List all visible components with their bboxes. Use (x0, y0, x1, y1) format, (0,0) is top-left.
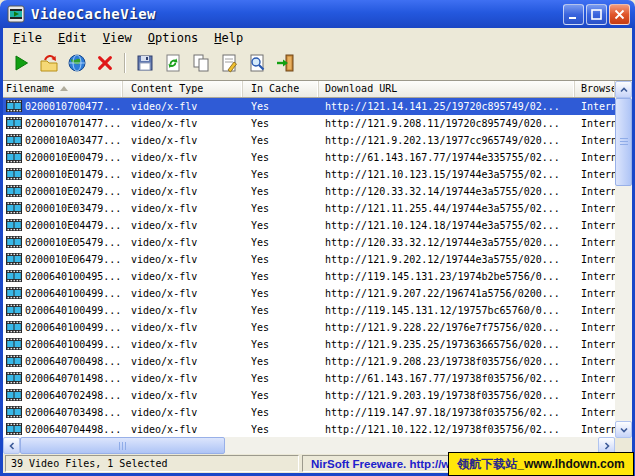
in-cache-cell: Yes (243, 356, 319, 367)
table-row[interactable]: 0200640100499... video/x-flv Yes http://… (3, 302, 615, 319)
arrow-left-icon (8, 442, 16, 450)
content-type-cell: video/x-flv (123, 305, 243, 316)
filename-cell: 0200640100495... (25, 271, 121, 282)
delete-button[interactable] (93, 51, 117, 75)
menu-options[interactable]: Options (140, 29, 207, 47)
download-url-cell: http://121.10.123.15/19744e3a5755/02... (319, 169, 575, 180)
open-in-browser-button[interactable] (65, 51, 89, 75)
table-row[interactable]: 0200010E05479... video/x-flv Yes http://… (3, 234, 615, 251)
download-url-cell: http://119.145.131.12/19757bc65760/0... (319, 305, 575, 316)
properties-button[interactable] (217, 51, 241, 75)
table-row[interactable]: 0200010701477... video/x-flv Yes http://… (3, 115, 615, 132)
column-header-filename[interactable]: Filename (3, 81, 123, 97)
film-icon (6, 270, 22, 282)
filename-cell: 0200010E01479... (25, 169, 121, 180)
browser-cell: Intern (575, 390, 615, 401)
table-row[interactable]: 0200640100499... video/x-flv Yes http://… (3, 336, 615, 353)
column-header-in-cache[interactable]: In Cache (243, 81, 319, 97)
table-row[interactable]: 0200010A03477... video/x-flv Yes http://… (3, 132, 615, 149)
filename-cell: 0200640100499... (25, 339, 121, 350)
content-type-cell: video/x-flv (123, 203, 243, 214)
column-header-browser[interactable]: Browser (575, 81, 615, 97)
scroll-up-button[interactable] (615, 81, 632, 98)
table-row[interactable]: 0200640701498... video/x-flv Yes http://… (3, 370, 615, 387)
close-button[interactable] (609, 4, 630, 25)
table-row[interactable]: 0200010E02479... video/x-flv Yes http://… (3, 183, 615, 200)
table-row[interactable]: 0200010E01479... video/x-flv Yes http://… (3, 166, 615, 183)
vertical-scrollbar[interactable] (615, 81, 632, 438)
column-header-download-url[interactable]: Download URL (319, 81, 575, 97)
in-cache-cell: Yes (243, 288, 319, 299)
film-icon (6, 321, 22, 333)
table-row[interactable]: 0200010E00479... video/x-flv Yes http://… (3, 149, 615, 166)
film-icon (6, 423, 22, 435)
table-row[interactable]: 0200010700477... video/x-flv Yes http://… (3, 98, 615, 115)
play-button[interactable] (9, 51, 33, 75)
table-row[interactable]: 0200640704498... video/x-flv Yes http://… (3, 421, 615, 437)
in-cache-cell: Yes (243, 186, 319, 197)
film-icon (6, 168, 22, 180)
download-url-cell: http://121.9.202.13/1977cc965749/020... (319, 135, 575, 146)
table-row[interactable]: 0200640100499... video/x-flv Yes http://… (3, 285, 615, 302)
scroll-down-button[interactable] (615, 421, 632, 438)
filename-cell: 0200010701477... (25, 118, 121, 129)
table-row[interactable]: 0200010E06479... video/x-flv Yes http://… (3, 251, 615, 268)
table-row[interactable]: 0200640100499... video/x-flv Yes http://… (3, 319, 615, 336)
menu-file[interactable]: File (5, 29, 50, 47)
sort-ascending-icon (60, 86, 68, 91)
app-icon (7, 5, 25, 23)
browser-cell: Intern (575, 373, 615, 384)
content-type-cell: video/x-flv (123, 186, 243, 197)
content-type-cell: video/x-flv (123, 288, 243, 299)
content-type-cell: video/x-flv (123, 118, 243, 129)
film-icon (6, 151, 22, 163)
table-row[interactable]: 0200640702498... video/x-flv Yes http://… (3, 387, 615, 404)
menu-view[interactable]: View (95, 29, 140, 47)
filename-cell: 0200640702498... (25, 390, 121, 401)
in-cache-cell: Yes (243, 254, 319, 265)
minimize-button[interactable] (563, 4, 584, 25)
menu-bar: File Edit View Options Help (3, 28, 632, 48)
maximize-button[interactable] (586, 4, 607, 25)
content-type-cell: video/x-flv (123, 220, 243, 231)
table-row[interactable]: 0200640700498... video/x-flv Yes http://… (3, 353, 615, 370)
copy-files-button[interactable] (37, 51, 61, 75)
filename-cell: 0200010700477... (25, 101, 121, 112)
in-cache-cell: Yes (243, 237, 319, 248)
menu-help[interactable]: Help (206, 29, 251, 47)
column-header-content-type[interactable]: Content Type (123, 81, 243, 97)
content-type-cell: video/x-flv (123, 135, 243, 146)
content-type-cell: video/x-flv (123, 356, 243, 367)
table-row[interactable]: 0200640703498... video/x-flv Yes http://… (3, 404, 615, 421)
vertical-scroll-track[interactable] (615, 98, 632, 421)
download-url-cell: http://121.9.202.12/19744e3a5755/020... (319, 254, 575, 265)
horizontal-scroll-thumb[interactable] (20, 437, 225, 454)
browser-cell: Intern (575, 322, 615, 333)
browser-cell: Intern (575, 169, 615, 180)
table-row[interactable]: 0200640100495... video/x-flv Yes http://… (3, 268, 615, 285)
table-row[interactable]: 0200010E03479... video/x-flv Yes http://… (3, 200, 615, 217)
copy-button[interactable] (189, 51, 213, 75)
table-row[interactable]: 0200010E04479... video/x-flv Yes http://… (3, 217, 615, 234)
save-icon (135, 53, 155, 73)
exit-button[interactable] (273, 51, 297, 75)
film-icon (6, 219, 22, 231)
filename-cell: 0200640100499... (25, 322, 121, 333)
save-button[interactable] (133, 51, 157, 75)
filename-cell: 0200640700498... (25, 356, 121, 367)
filename-cell: 0200640703498... (25, 407, 121, 418)
exit-icon (275, 53, 295, 73)
film-icon (6, 202, 22, 214)
download-url-cell: http://121.9.208.11/19720c895749/020... (319, 118, 575, 129)
filename-cell: 0200640701498... (25, 373, 121, 384)
menu-edit[interactable]: Edit (50, 29, 95, 47)
find-button[interactable] (245, 51, 269, 75)
video-list: 0200010700477... video/x-flv Yes http://… (3, 98, 615, 437)
vertical-scroll-thumb[interactable] (615, 98, 632, 186)
scroll-left-button[interactable] (3, 437, 20, 454)
download-url-cell: http://121.11.255.44/19744e3a5755/02... (319, 203, 575, 214)
download-url-cell: http://121.9.235.25/197363665756/020... (319, 339, 575, 350)
content-type-cell: video/x-flv (123, 152, 243, 163)
filename-cell: 0200640100499... (25, 305, 121, 316)
refresh-button[interactable] (161, 51, 185, 75)
